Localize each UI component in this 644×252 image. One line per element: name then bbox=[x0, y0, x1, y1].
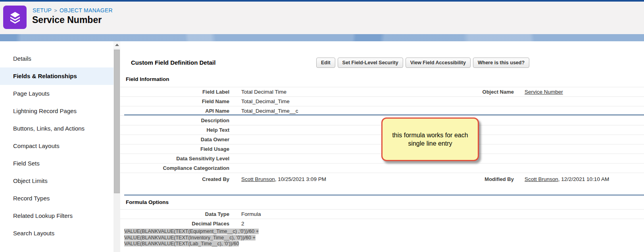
row-label: Field Label bbox=[120, 87, 229, 97]
breadcrumb: SETUP>OBJECT MANAGER bbox=[33, 7, 113, 13]
row-value: Total Decimal Time bbox=[241, 87, 286, 97]
row-label: Field Usage bbox=[120, 144, 229, 154]
up-arrow-icon bbox=[115, 44, 119, 46]
table-row-api-name: API Name Total_Decimal_Time__c bbox=[120, 106, 644, 116]
row-label: Help Text bbox=[120, 125, 229, 135]
row-label: Data Owner bbox=[120, 135, 229, 144]
row-label: API Name bbox=[120, 106, 229, 116]
row-label: Description bbox=[120, 116, 229, 125]
sidebar-item-field-sets[interactable]: Field Sets bbox=[0, 155, 113, 172]
table-row-decimal-places: Decimal Places 2 bbox=[120, 219, 644, 229]
layers-icon bbox=[8, 10, 23, 25]
detail-heading: Custom Field Definition Detail bbox=[131, 59, 215, 66]
modified-by-user-link[interactable]: Scott Brunson bbox=[525, 176, 558, 182]
set-field-level-security-button[interactable]: Set Field-Level Security bbox=[338, 58, 403, 68]
formula-options-table: Data Type Formula Decimal Places 2 bbox=[120, 209, 644, 229]
section-divider bbox=[124, 194, 644, 196]
row-label: Data Sensitivity Level bbox=[120, 154, 229, 164]
created-by-value: Scott Brunson, 10/25/2021 3:09 PM bbox=[241, 173, 326, 186]
modified-by-value: Scott Brunson, 12/2/2021 10:10 AM bbox=[525, 173, 609, 186]
table-row-compliance-categorization: Compliance Categorization bbox=[120, 164, 644, 173]
breadcrumb-separator: > bbox=[52, 8, 60, 13]
row-value: Total_Decimal_Time bbox=[241, 97, 290, 106]
sidebar-item-details[interactable]: Details bbox=[0, 50, 113, 67]
modified-by-timestamp: , 12/2/2021 10:10 AM bbox=[558, 176, 609, 182]
sidebar-item-related-lookup-filters[interactable]: Related Lookup Filters bbox=[0, 207, 113, 225]
breadcrumb-object-manager-link[interactable]: OBJECT MANAGER bbox=[60, 7, 113, 13]
table-row-data-type: Data Type Formula bbox=[120, 210, 644, 219]
modified-by-label: Modified By bbox=[398, 173, 514, 186]
page-title: Service Number bbox=[32, 15, 102, 25]
object-name-label: Object Name bbox=[398, 87, 514, 97]
table-row-created-by: Created By Scott Brunson, 10/25/2021 3:0… bbox=[120, 173, 644, 186]
formula-line: VALUE(BLANKVALUE(TEXT(Equipment_Time__c)… bbox=[124, 229, 259, 234]
note-line-2: single line entry bbox=[392, 139, 468, 148]
edit-button[interactable]: Edit bbox=[316, 58, 335, 68]
formula-text: VALUE(BLANKVALUE(TEXT(Equipment_Time__c)… bbox=[124, 229, 259, 247]
sidebar-item-page-layouts[interactable]: Page Layouts bbox=[0, 85, 113, 102]
breadcrumb-setup-link[interactable]: SETUP bbox=[33, 7, 52, 13]
formula-line: VALUE(BLANKVALUE(TEXT(Inventory_Time__c)… bbox=[124, 235, 256, 240]
object-name-value: Service Number bbox=[525, 87, 563, 97]
row-label: Decimal Places bbox=[120, 219, 229, 229]
row-value: 2 bbox=[241, 219, 244, 229]
sidebar-item-compact-layouts[interactable]: Compact Layouts bbox=[0, 137, 113, 155]
table-row-field-name: Field Name Total_Decimal_Time bbox=[120, 97, 644, 106]
sidebar-item-buttons-links-actions[interactable]: Buttons, Links, and Actions bbox=[0, 120, 113, 137]
created-by-user-link[interactable]: Scott Brunson bbox=[241, 176, 275, 182]
sidebar-item-record-types[interactable]: Record Types bbox=[0, 190, 113, 207]
scrollbar-up-button[interactable] bbox=[113, 41, 120, 48]
formula-line: VALUE(BLANKVALUE(TEXT(Lab_Time__c), '0')… bbox=[124, 241, 239, 246]
row-value: Formula bbox=[241, 210, 261, 219]
sidebar-item-object-limits[interactable]: Object Limits bbox=[0, 172, 113, 190]
field-information-title: Field Information bbox=[126, 76, 169, 82]
header-texture-band bbox=[0, 34, 644, 41]
where-is-this-used-button[interactable]: Where is this used? bbox=[473, 58, 529, 68]
annotation-sticky-note: this formula works for each single line … bbox=[381, 117, 479, 161]
object-manager-sidebar: Details Fields & Relationships Page Layo… bbox=[0, 41, 113, 252]
table-row-field-label: Field Label Total Decimal Time Object Na… bbox=[120, 87, 644, 97]
note-line-1: this formula works for each bbox=[392, 131, 468, 139]
row-label: Data Type bbox=[120, 210, 229, 219]
row-label: Compliance Categorization bbox=[120, 164, 229, 173]
formula-options-title: Formula Options bbox=[126, 199, 169, 205]
service-number-link[interactable]: Service Number bbox=[525, 89, 563, 95]
custom-object-tile bbox=[3, 6, 27, 29]
view-field-accessibility-button[interactable]: View Field Accessibility bbox=[406, 58, 471, 68]
scrollbar-thumb[interactable] bbox=[114, 50, 120, 193]
row-value: Total_Decimal_Time__c bbox=[241, 106, 298, 116]
sidebar-scrollbar[interactable] bbox=[113, 41, 120, 252]
sidebar-item-lightning-record-pages[interactable]: Lightning Record Pages bbox=[0, 102, 113, 120]
detail-button-row: Edit Set Field-Level Security View Field… bbox=[316, 58, 529, 68]
setup-header: SETUP>OBJECT MANAGER Service Number bbox=[0, 2, 644, 34]
row-label: Created By bbox=[120, 173, 229, 186]
row-label: Field Name bbox=[120, 97, 229, 106]
created-by-timestamp: , 10/25/2021 3:09 PM bbox=[275, 176, 326, 182]
sidebar-item-fields-relationships[interactable]: Fields & Relationships bbox=[0, 67, 113, 85]
sidebar-item-search-layouts[interactable]: Search Layouts bbox=[0, 225, 113, 242]
